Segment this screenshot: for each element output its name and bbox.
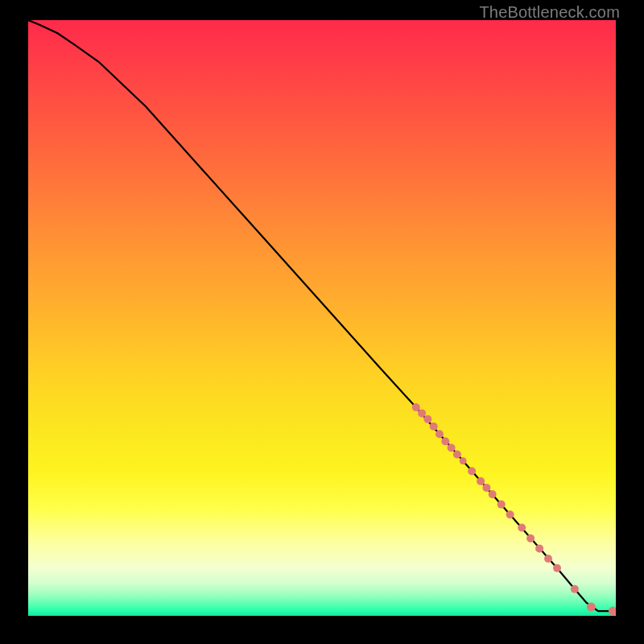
chart-svg [28, 20, 616, 616]
data-marker [430, 423, 438, 431]
data-marker [441, 437, 449, 445]
data-marker [518, 524, 526, 532]
data-marker [489, 490, 497, 498]
watermark-text: TheBottleneck.com [479, 3, 620, 22]
data-marker [526, 535, 535, 543]
plot-area [28, 20, 616, 616]
data-marker [609, 607, 616, 616]
data-marker [436, 430, 444, 438]
data-marker [418, 409, 426, 417]
data-marker [535, 544, 543, 552]
data-marker [571, 585, 579, 593]
data-marker [497, 501, 506, 509]
chart-stage: TheBottleneck.com [0, 0, 644, 644]
data-marker [553, 564, 561, 572]
marker-layer [412, 403, 616, 616]
data-marker [468, 467, 476, 475]
data-marker [506, 510, 514, 518]
data-marker [477, 477, 485, 485]
data-marker [448, 444, 456, 452]
data-marker [412, 403, 420, 411]
data-marker [460, 457, 467, 464]
data-marker [423, 415, 431, 423]
data-marker [587, 602, 596, 611]
data-marker [482, 484, 490, 492]
data-marker [453, 451, 461, 459]
bottleneck-curve [28, 20, 616, 611]
data-marker [544, 555, 552, 563]
